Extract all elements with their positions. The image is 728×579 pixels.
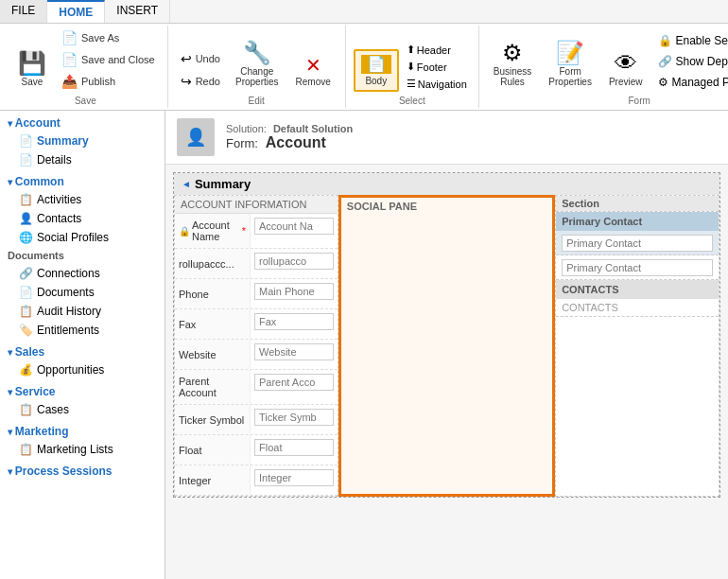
sidebar-item-details[interactable]: 📄 Details bbox=[0, 150, 165, 169]
business-rules-icon: ⚙ bbox=[502, 42, 523, 64]
navigation-label: Navigation bbox=[418, 79, 467, 90]
audit-history-icon: 📋 bbox=[19, 305, 33, 318]
undo-button[interactable]: ↩ Undo bbox=[176, 48, 225, 69]
sidebar-section-common[interactable]: Common bbox=[0, 169, 165, 190]
parent-input[interactable] bbox=[254, 374, 334, 391]
sidebar-item-contacts[interactable]: 👤 Contacts bbox=[0, 209, 165, 228]
integer-input[interactable] bbox=[254, 469, 334, 486]
phone-label: Phone bbox=[175, 279, 251, 308]
ticker-input[interactable] bbox=[254, 409, 334, 426]
primary-contact-field2 bbox=[556, 255, 719, 279]
sidebar: Account 📄 Summary 📄 Details Common 📋 Act… bbox=[0, 111, 165, 579]
integer-input-wrap bbox=[251, 465, 338, 495]
field-row-integer: Integer bbox=[175, 465, 338, 496]
sidebar-item-cases[interactable]: 📋 Cases bbox=[0, 400, 165, 419]
preview-label: Preview bbox=[609, 77, 643, 87]
tab-file[interactable]: FILE bbox=[0, 0, 47, 23]
sidebar-item-connections[interactable]: 🔗 Connections bbox=[0, 264, 165, 283]
details-label: Details bbox=[37, 153, 72, 167]
activities-icon: 📋 bbox=[19, 193, 33, 206]
preview-icon: 👁 bbox=[615, 52, 637, 75]
save-as-label: Save As bbox=[81, 32, 119, 44]
remove-button[interactable]: ✕ Remove bbox=[289, 51, 338, 92]
header-label: Header bbox=[417, 44, 451, 56]
field-row-phone: Phone bbox=[175, 279, 338, 309]
right-section-primary: Primary Contact bbox=[556, 212, 719, 255]
preview-button[interactable]: 👁 Preview bbox=[602, 47, 650, 92]
sidebar-item-marketing-lists[interactable]: 📋 Marketing Lists bbox=[0, 440, 165, 459]
sidebar-item-entitlements[interactable]: 🏷️ Entitlements bbox=[0, 321, 165, 340]
navigation-button[interactable]: ☰ Navigation bbox=[403, 76, 471, 92]
website-input[interactable] bbox=[254, 343, 334, 360]
form-props-label: Form Properties bbox=[548, 66, 592, 87]
managed-properties-button[interactable]: ⚙ Managed Properties bbox=[653, 73, 728, 92]
sidebar-item-activities[interactable]: 📋 Activities bbox=[0, 190, 165, 209]
phone-input[interactable] bbox=[254, 283, 334, 300]
save-button[interactable]: 💾 Save bbox=[11, 47, 53, 92]
fax-label: Fax bbox=[175, 309, 251, 339]
navigation-icon: ☰ bbox=[407, 78, 416, 90]
redo-button[interactable]: ↪ Redo bbox=[176, 71, 225, 92]
form-columns: ACCOUNT INFORMATION 🔒Account Name bbox=[174, 195, 719, 497]
float-input-wrap bbox=[251, 435, 338, 465]
change-props-icon: 🔧 bbox=[243, 42, 271, 64]
show-deps-icon: 🔗 bbox=[658, 55, 672, 68]
business-rules-button[interactable]: ⚙ Business Rules bbox=[487, 37, 539, 92]
ticker-label: Ticker Symbol bbox=[175, 405, 251, 434]
parent-label: Parent Account bbox=[175, 370, 251, 404]
contacts-header: CONTACTS bbox=[556, 280, 719, 299]
sidebar-item-opportunities[interactable]: 💰 Opportunities bbox=[0, 360, 165, 379]
primary-contact-input1[interactable] bbox=[562, 235, 713, 252]
publish-button[interactable]: 📤 Publish bbox=[57, 71, 160, 92]
social-pane-column: SOCIAL PANE bbox=[338, 195, 555, 497]
body-button[interactable]: 📄 Body bbox=[354, 49, 399, 92]
change-properties-button[interactable]: 🔧 Change Properties bbox=[229, 37, 286, 92]
fax-input[interactable] bbox=[254, 313, 334, 330]
sidebar-section-marketing[interactable]: Marketing bbox=[0, 419, 165, 440]
right-section-title: Section bbox=[556, 196, 719, 211]
rollup-input[interactable] bbox=[254, 253, 334, 270]
form-props-icon: 📝 bbox=[556, 42, 584, 64]
entitlements-icon: 🏷️ bbox=[19, 324, 33, 337]
sidebar-section-process[interactable]: Process Sessions bbox=[0, 459, 165, 480]
sidebar-item-audit-history[interactable]: 📋 Audit History bbox=[0, 302, 165, 321]
integer-label: Integer bbox=[175, 465, 251, 495]
sidebar-item-documents[interactable]: 📄 Documents bbox=[0, 283, 165, 302]
account-name-input-wrap bbox=[251, 214, 338, 248]
header-button[interactable]: ⬆ Header bbox=[403, 42, 471, 58]
show-dependencies-button[interactable]: 🔗 Show Dependencies bbox=[653, 52, 728, 71]
form-canvas: Summary ACCOUNT INFORMATION 🔒Account Nam… bbox=[165, 165, 728, 579]
ribbon-group-edit: ↩ Undo ↪ Redo 🔧 Change Properties ✕ Remo… bbox=[168, 26, 346, 108]
sidebar-item-social-profiles[interactable]: 🌐 Social Profiles bbox=[0, 228, 165, 247]
undo-label: Undo bbox=[196, 53, 220, 64]
parent-input-wrap bbox=[251, 370, 338, 404]
solution-label: Solution: Default Solution bbox=[226, 123, 353, 134]
save-as-button[interactable]: 📄 Save As bbox=[57, 27, 160, 48]
form-group-label: Form bbox=[629, 92, 650, 106]
float-input[interactable] bbox=[254, 439, 334, 456]
form-properties-button[interactable]: 📝 Form Properties bbox=[542, 37, 598, 92]
sidebar-section-service[interactable]: Service bbox=[0, 379, 165, 400]
change-props-label: Change Properties bbox=[235, 66, 279, 87]
body-label: Body bbox=[365, 76, 387, 86]
website-label: Website bbox=[175, 340, 251, 369]
body-icon: 📄 bbox=[361, 55, 391, 74]
save-close-button[interactable]: 📄 Save and Close bbox=[57, 49, 160, 70]
website-input-wrap bbox=[251, 340, 338, 369]
primary-contact-input2[interactable] bbox=[562, 259, 713, 276]
fax-input-wrap bbox=[251, 309, 338, 339]
sidebar-item-summary[interactable]: 📄 Summary bbox=[0, 132, 165, 150]
field-row-account-name: 🔒Account Name bbox=[175, 214, 338, 249]
enable-security-button[interactable]: 🔒 Enable Security Roles bbox=[653, 31, 728, 50]
remove-icon: ✕ bbox=[305, 56, 321, 75]
right-section-primary2 bbox=[556, 255, 719, 280]
sidebar-section-sales[interactable]: Sales bbox=[0, 340, 165, 360]
footer-button[interactable]: ⬇ Footer bbox=[403, 59, 471, 75]
header-icon: ⬆ bbox=[407, 44, 415, 56]
tab-home[interactable]: HOME bbox=[47, 0, 105, 23]
account-name-input[interactable] bbox=[254, 218, 334, 235]
ribbon-group-form: ⚙ Business Rules 📝 Form Properties 👁 Pre… bbox=[479, 26, 728, 108]
sidebar-section-account[interactable]: Account bbox=[0, 111, 165, 132]
select-group-label: Select bbox=[399, 92, 425, 106]
tab-insert[interactable]: INSERT bbox=[105, 0, 170, 23]
